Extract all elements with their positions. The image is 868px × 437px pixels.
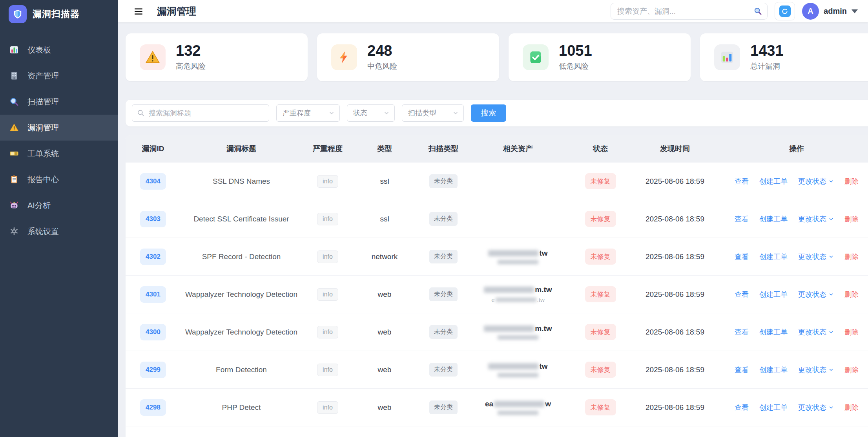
vuln-title: Detect SSL Certificate Issuer <box>181 215 302 223</box>
global-search <box>611 3 768 20</box>
redacted-text <box>488 363 538 369</box>
change-status-link[interactable]: 更改状态 <box>798 365 834 375</box>
search-icon[interactable] <box>753 7 762 17</box>
change-status-link[interactable]: 更改状态 <box>798 403 834 412</box>
delete-link[interactable]: 删除 <box>844 290 859 299</box>
delete-link[interactable]: 删除 <box>844 177 859 186</box>
related-asset: tw <box>471 249 565 264</box>
view-link[interactable]: 查看 <box>735 214 749 224</box>
delete-link[interactable]: 删除 <box>844 214 859 224</box>
warning-stat-icon <box>140 44 166 70</box>
view-link[interactable]: 查看 <box>735 403 749 412</box>
create-ticket-link[interactable]: 创建工单 <box>759 214 788 224</box>
vuln-search <box>132 104 269 122</box>
redacted-text <box>494 401 544 407</box>
severity-badge: info <box>317 175 338 188</box>
create-ticket-link[interactable]: 创建工单 <box>759 177 788 186</box>
sidebar-item-4[interactable]: 工单系统 <box>0 141 118 166</box>
sidebar-item-0[interactable]: 仪表板 <box>0 37 118 63</box>
asset-domain: tw <box>471 249 565 258</box>
table-row: 4304SSL DNS Namesinfossl未分类未修复2025-08-06… <box>126 163 868 200</box>
vuln-id-badge: 4301 <box>140 286 166 303</box>
redacted-text <box>484 287 534 293</box>
stat-card-0: 132高危风险 <box>126 33 308 81</box>
change-status-link[interactable]: 更改状态 <box>798 177 834 186</box>
view-link[interactable]: 查看 <box>735 252 749 261</box>
sidebar-item-3[interactable]: 漏洞管理 <box>0 115 118 141</box>
view-link[interactable]: 查看 <box>735 327 749 337</box>
shield-logo-icon <box>9 5 27 23</box>
status-badge: 未修复 <box>585 286 616 302</box>
sidebar-item-1[interactable]: 资产管理 <box>0 63 118 89</box>
ticket-icon <box>9 149 20 158</box>
search-button[interactable]: 搜索 <box>471 104 506 122</box>
chevron-down-icon <box>828 329 834 335</box>
status-badge: 未修复 <box>585 362 616 378</box>
settings-icon <box>9 227 20 236</box>
stat-value: 132 <box>176 43 206 59</box>
create-ticket-link[interactable]: 创建工单 <box>759 327 788 337</box>
menu-toggle-icon[interactable] <box>133 6 144 16</box>
create-ticket-link[interactable]: 创建工单 <box>759 252 788 261</box>
vuln-type: web <box>353 328 416 336</box>
sidebar-item-label: 仪表板 <box>27 45 51 55</box>
change-status-link[interactable]: 更改状态 <box>798 214 834 224</box>
refresh-button[interactable] <box>775 2 795 20</box>
assets-icon <box>9 71 20 80</box>
change-status-link[interactable]: 更改状态 <box>798 290 834 299</box>
sidebar-item-label: 工单系统 <box>27 148 59 159</box>
sidebar-item-5[interactable]: 报告中心 <box>0 166 118 192</box>
change-status-link[interactable]: 更改状态 <box>798 327 834 337</box>
scan-type-select[interactable]: 扫描类型 <box>402 104 464 122</box>
related-asset: m.tw <box>471 324 565 340</box>
severity-badge: info <box>317 364 338 376</box>
stat-card-1: 248中危风险 <box>317 33 499 81</box>
sidebar-item-2[interactable]: 扫描管理 <box>0 89 118 115</box>
vuln-type: web <box>353 290 416 299</box>
view-link[interactable]: 查看 <box>735 177 749 186</box>
severity-select[interactable]: 严重程度 <box>276 104 340 122</box>
row-actions: 查看创建工单更改状态删除 <box>714 177 868 186</box>
redacted-text <box>498 411 538 415</box>
chevron-down-icon <box>452 110 459 116</box>
sidebar-item-label: 系统设置 <box>27 226 59 237</box>
global-search-input[interactable] <box>611 3 768 20</box>
vuln-search-input[interactable] <box>132 104 269 122</box>
asset-domain: tw <box>471 362 565 371</box>
create-ticket-link[interactable]: 创建工单 <box>759 403 788 412</box>
found-time: 2025-08-06 18:59 <box>636 177 714 186</box>
vuln-type: ssl <box>353 215 416 223</box>
user-menu[interactable]: A admin <box>802 3 858 20</box>
chevron-down-icon <box>828 216 834 222</box>
delete-link[interactable]: 删除 <box>844 403 859 412</box>
redacted-text <box>498 335 538 340</box>
change-status-link[interactable]: 更改状态 <box>798 252 834 261</box>
col-header-id: 漏洞ID <box>126 144 181 154</box>
create-ticket-link[interactable]: 创建工单 <box>759 290 788 299</box>
row-actions: 查看创建工单更改状态删除 <box>714 214 868 224</box>
view-link[interactable]: 查看 <box>735 290 749 299</box>
vuln-type: web <box>353 403 416 412</box>
severity-badge: info <box>317 401 338 414</box>
sidebar-item-7[interactable]: 系统设置 <box>0 218 118 244</box>
vuln-id-badge: 4300 <box>140 324 166 340</box>
create-ticket-link[interactable]: 创建工单 <box>759 365 788 375</box>
delete-link[interactable]: 删除 <box>844 252 859 261</box>
redacted-text <box>484 325 534 332</box>
sidebar-item-label: 扫描管理 <box>27 97 59 107</box>
delete-link[interactable]: 删除 <box>844 327 859 337</box>
status-select[interactable]: 状态 <box>347 104 395 122</box>
vuln-title: Wappalyzer Technology Detection <box>181 328 302 336</box>
vuln-id-badge: 4298 <box>140 399 166 416</box>
app-window: 漏洞扫描器 仪表板资产管理扫描管理漏洞管理工单系统报告中心AI分析系统设置 漏洞… <box>0 0 868 437</box>
sidebar-item-label: 漏洞管理 <box>27 123 59 133</box>
stat-value: 1431 <box>750 43 784 59</box>
related-asset: m.twe.tw <box>471 285 565 303</box>
chevron-down-icon <box>383 110 390 116</box>
chart-stat-icon <box>714 44 740 70</box>
sidebar-item-6[interactable]: AI分析 <box>0 192 118 218</box>
stat-value: 248 <box>367 43 397 59</box>
view-link[interactable]: 查看 <box>735 365 749 375</box>
delete-link[interactable]: 删除 <box>844 365 859 375</box>
chevron-down-icon <box>828 254 834 260</box>
